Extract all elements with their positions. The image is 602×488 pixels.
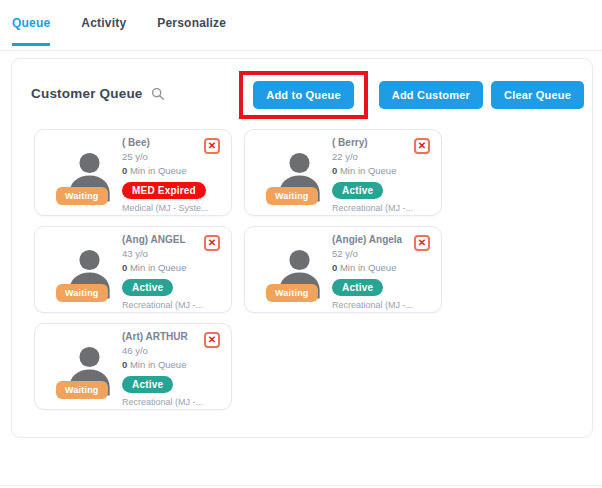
page-title: Customer Queue	[31, 86, 143, 101]
queue-state-badge: Waiting	[266, 187, 318, 205]
customer-card[interactable]: Waiting ✕ (Ang) ANGEL 43 y/o 0 Min in Qu…	[34, 226, 232, 313]
status-badge: Active	[332, 279, 383, 296]
queue-page: Queue Activity Personalize Customer Queu…	[0, 0, 602, 488]
customer-card[interactable]: Waiting ✕ ( Bee) 25 y/o 0 Min in Queue M…	[34, 129, 232, 216]
customer-card-grid: Waiting ✕ ( Bee) 25 y/o 0 Min in Queue M…	[34, 129, 444, 410]
annotation-highlight: Add to Queue	[239, 71, 368, 119]
customer-name: (Ang) ANGEL	[122, 234, 226, 245]
tab-activity[interactable]: Activity	[81, 16, 126, 46]
customer-age: 46 y/o	[122, 345, 226, 356]
queue-actions: Add to Queue Add Customer Clear Queue	[239, 71, 584, 119]
minutes-in-queue: 0 Min in Queue	[122, 165, 226, 176]
clear-queue-button[interactable]: Clear Queue	[491, 81, 584, 109]
status-badge: Active	[122, 376, 173, 393]
minutes-in-queue: 0 Min in Queue	[332, 165, 436, 176]
customer-type: Recreational (MJ -...	[332, 300, 436, 310]
customer-card[interactable]: Waiting ✕ (Angie) Angela 52 y/o 0 Min in…	[244, 226, 442, 313]
customer-type: Recreational (MJ -...	[122, 397, 226, 407]
customer-type: Recreational (MJ -...	[332, 203, 436, 213]
search-icon[interactable]	[151, 87, 165, 101]
status-badge: MED Expired	[122, 182, 206, 199]
add-customer-button[interactable]: Add Customer	[379, 81, 483, 109]
customer-age: 52 y/o	[332, 248, 436, 259]
status-badge: Active	[122, 279, 173, 296]
queue-state-badge: Waiting	[56, 187, 108, 205]
customer-age: 25 y/o	[122, 151, 226, 162]
tab-queue[interactable]: Queue	[12, 16, 50, 46]
tab-bar: Queue Activity Personalize	[12, 16, 226, 46]
tab-personalize[interactable]: Personalize	[157, 16, 226, 46]
status-badge: Active	[332, 182, 383, 199]
customer-age: 22 y/o	[332, 151, 436, 162]
customer-card[interactable]: Waiting ✕ (Art) ARTHUR 46 y/o 0 Min in Q…	[34, 323, 232, 410]
add-to-queue-button[interactable]: Add to Queue	[253, 81, 354, 109]
minutes-in-queue: 0 Min in Queue	[122, 262, 226, 273]
minutes-in-queue: 0 Min in Queue	[332, 262, 436, 273]
queue-state-badge: Waiting	[266, 284, 318, 302]
customer-type: Recreational (MJ -...	[122, 300, 226, 310]
customer-name: ( Berry)	[332, 137, 436, 148]
customer-type: Medical (MJ - Syste...	[122, 203, 226, 213]
customer-age: 43 y/o	[122, 248, 226, 259]
queue-state-badge: Waiting	[56, 284, 108, 302]
tabs-divider	[0, 50, 602, 51]
customer-name: ( Bee)	[122, 137, 226, 148]
customer-queue-panel: Customer Queue Add to Queue Add Customer…	[11, 58, 593, 438]
customer-name: (Art) ARTHUR	[122, 331, 226, 342]
customer-name: (Angie) Angela	[332, 234, 436, 245]
customer-card[interactable]: Waiting ✕ ( Berry) 22 y/o 0 Min in Queue…	[244, 129, 442, 216]
minutes-in-queue: 0 Min in Queue	[122, 359, 226, 370]
queue-state-badge: Waiting	[56, 381, 108, 399]
page-bottom-divider	[0, 485, 602, 486]
